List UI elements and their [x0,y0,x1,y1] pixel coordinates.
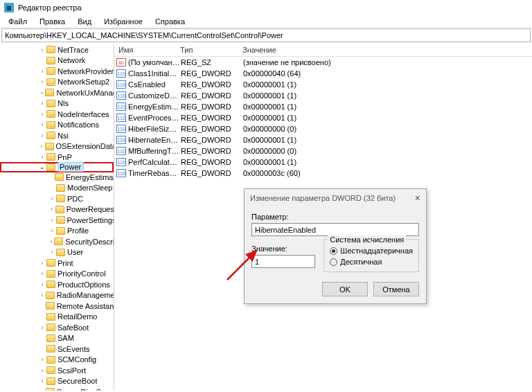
tree-item-securitydescriptors[interactable]: ›SecurityDescriptors [0,236,114,247]
tree-item-pdc[interactable]: ›PDC [0,193,114,204]
chevron-right-icon[interactable]: › [39,111,46,118]
value-name: EnergyEstimationE... [128,103,181,111]
chevron-right-icon[interactable]: › [39,356,46,363]
tree-item-scevents[interactable]: ScEvents [0,344,114,355]
chevron-right-icon[interactable]: › [39,367,46,374]
tree-item-scmconfig[interactable]: ›SCMConfig [0,355,114,366]
value-row[interactable]: 110PerfCalculateAc...REG_DWORD0x00000001… [114,157,532,168]
tree-item-energyestimation[interactable]: EnergyEstimation [0,172,114,183]
dialog-titlebar[interactable]: Изменение параметра DWORD (32 бита) × [245,189,426,207]
tree-panel[interactable]: ›NetTraceNetwork›NetworkProvider›Network… [0,43,114,391]
tree-item-remote-assistance[interactable]: Remote Assistance [0,301,114,312]
tree-item-profile[interactable]: ›Profile [0,226,114,237]
reg-dword-icon: 110 [116,147,126,155]
tree-item-print[interactable]: ›Print [0,258,114,269]
tree-item-pnp[interactable]: ›PnP [0,152,114,163]
col-header-type[interactable]: Тип [180,46,242,54]
tree-item-radiomanagement[interactable]: ›RadioManagement [0,290,114,301]
chevron-right-icon[interactable]: › [39,389,45,391]
menu-вид[interactable]: Вид [72,17,97,26]
folder-icon [46,323,55,331]
chevron-right-icon[interactable]: › [48,227,55,234]
chevron-right-icon[interactable]: › [39,270,46,277]
chevron-right-icon[interactable]: › [39,100,46,107]
chevron-right-icon[interactable]: › [39,281,46,288]
tree-item-nettrace[interactable]: ›NetTrace [0,44,114,55]
value-row[interactable]: 110TimerRebaseThr...REG_DWORD0x0000003c … [114,168,532,179]
tree-item-networksetup2[interactable]: ›NetworkSetup2 [0,77,114,88]
tree-label: PriorityControl [57,269,106,278]
chevron-right-icon[interactable]: › [48,238,53,245]
tree-item-network[interactable]: Network [0,55,114,66]
chevron-right-icon[interactable]: › [39,121,46,128]
chevron-right-icon[interactable]: › [39,68,46,75]
tree-item-networkprovider[interactable]: ›NetworkProvider [0,66,114,77]
list-header: Имя Тип Значение [114,43,532,57]
radix-dec-option[interactable]: Десятичная [330,256,413,267]
value-row[interactable]: 110CsEnabledREG_DWORD0x00000001 (1) [114,79,532,90]
address-bar[interactable]: Компьютер\HKEY_LOCAL_MACHINE\SYSTEM\Curr… [1,28,531,42]
chevron-right-icon[interactable]: › [39,132,46,139]
value-row[interactable]: 110EventProcessorE...REG_DWORD0x00000001… [114,112,532,123]
chevron-right-icon[interactable]: › [39,260,46,267]
col-header-name[interactable]: Имя [114,46,180,54]
tree-item-retaildemo[interactable]: RetailDemo [0,312,114,323]
tree-item-productoptions[interactable]: ›ProductOptions [0,279,114,290]
param-input[interactable] [251,223,419,236]
value-row[interactable]: 110EnergyEstimationE...REG_DWORD0x000000… [114,101,532,112]
chevron-right-icon[interactable]: › [48,206,55,213]
tree-label: RadioManagement [57,291,114,299]
chevron-right-icon[interactable]: › [48,195,55,202]
menubar: ФайлПравкаВидИзбранноеСправка [0,15,532,28]
chevron-right-icon[interactable]: › [39,154,46,161]
chevron-right-icon[interactable]: › [39,292,45,299]
tree-item-user[interactable]: ›User [0,247,114,258]
folder-icon [46,57,55,64]
chevron-right-icon[interactable]: › [39,78,46,85]
tree-item-notifications[interactable]: ›Notifications [0,120,114,131]
cancel-button[interactable]: Отмена [373,282,419,296]
value-row[interactable]: 110CustomizeDurin...REG_DWORD0x00000001 … [114,90,532,101]
tree-item-networkuxmanager[interactable]: ›NetworkUxManager [0,87,114,98]
value-row[interactable]: 110Class1InitialUnp...REG_DWORD0x0000004… [114,68,532,79]
chevron-right-icon[interactable]: › [39,89,44,96]
tree-item-power[interactable]: ⌄Power [0,162,114,173]
tree-item-nls[interactable]: ›Nls [0,98,114,109]
menu-правка[interactable]: Правка [34,17,71,26]
tree-item-securepipeservers[interactable]: ›SecurePipeServers [0,386,114,391]
tree-item-scsiport[interactable]: ›ScsiPort [0,365,114,376]
menu-избранное[interactable]: Избранное [98,17,148,26]
value-row[interactable]: 110HibernateEnabledREG_DWORD0x00000001 (… [114,134,532,145]
tree-item-secureboot[interactable]: ›SecureBoot [0,376,114,387]
value-input[interactable] [251,255,315,268]
value-data: 0x00000001 (1) [243,103,532,111]
value-row[interactable]: 110HiberFileSizePer...REG_DWORD0x0000000… [114,123,532,134]
chevron-right-icon[interactable]: › [39,324,46,331]
chevron-right-icon[interactable]: › [48,217,55,224]
chevron-right-icon[interactable]: › [39,377,46,384]
col-header-value[interactable]: Значение [242,46,532,54]
tree-item-powerrequests[interactable]: ›PowerRequests [0,204,114,215]
tree-item-modernsleep[interactable]: ModernSleep [0,183,114,194]
radix-hex-option[interactable]: Шестнадцатеричная [330,245,413,256]
tree-item-powersettings[interactable]: ›PowerSettings [0,215,114,226]
close-icon[interactable]: × [415,193,420,204]
tree-item-sam[interactable]: SAM [0,333,114,344]
value-name: HibernateEnabled [128,136,181,144]
tree-item-osextensiondatabase[interactable]: ›OSExtensionDatabase [0,141,114,152]
tree-item-safeboot[interactable]: ›SafeBoot [0,322,114,333]
value-row[interactable]: ab(По умолчанию)REG_SZ(значение не присв… [114,57,532,68]
chevron-right-icon[interactable]: › [48,249,55,256]
chevron-right-icon[interactable]: › [39,143,44,150]
folder-icon [46,356,55,364]
value-row[interactable]: 110MfBufferingThr...REG_DWORD0x00000000 … [114,145,532,157]
menu-справка[interactable]: Справка [150,17,190,26]
tree-label: User [67,248,83,256]
chevron-right-icon[interactable]: › [39,46,46,53]
tree-item-nodeinterfaces[interactable]: ›NodeInterfaces [0,109,114,120]
menu-файл[interactable]: Файл [3,17,33,26]
chevron-down-icon[interactable]: ⌄ [39,163,46,170]
tree-item-prioritycontrol[interactable]: ›PriorityControl [0,269,114,280]
ok-button[interactable]: OK [322,282,368,296]
tree-item-nsi[interactable]: ›Nsi [0,130,114,141]
